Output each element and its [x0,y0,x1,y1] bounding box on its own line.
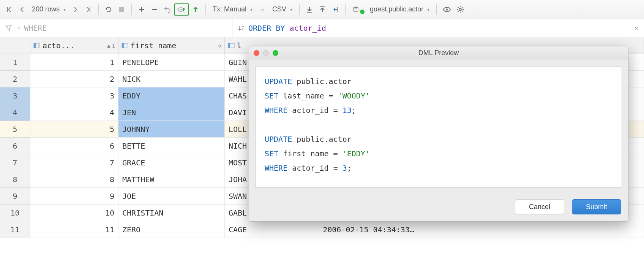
table-cell[interactable]: JEN [118,104,225,121]
prev-page-button[interactable] [16,3,28,16]
table-cell[interactable]: PENELOPE [118,54,225,71]
main-toolbar: 200 rows▾ Tx: Manual▾ » CSV▾ [0,0,644,19]
svg-point-6 [459,8,461,11]
table-cell[interactable]: ZERO [118,221,225,238]
rows-selector[interactable]: 200 rows▾ [29,5,69,13]
table-cell[interactable]: 10 [30,205,118,221]
svg-point-5 [446,8,448,10]
table-cell[interactable]: 4 [30,104,118,121]
table-cell[interactable]: 5 [30,121,118,138]
column-header-first-name[interactable]: first_name ◇ [118,37,225,54]
row-header[interactable]: 4 [0,104,30,121]
dialog-title: DML Preview [418,49,459,57]
table-cell[interactable]: 9 [30,188,118,205]
database-icon [352,6,359,13]
cancel-button[interactable]: Cancel [515,199,564,214]
svg-rect-11 [122,43,124,48]
first-page-button[interactable] [3,3,15,16]
stop-button[interactable] [115,3,128,16]
window-zoom-button[interactable] [273,50,278,56]
table-cell[interactable]: 8 [30,171,118,188]
table-cell[interactable]: 3 [30,87,118,104]
table-cell[interactable]: 11 [30,221,118,238]
column-icon [122,43,128,49]
row-header[interactable]: 2 [0,71,30,87]
submit-button[interactable]: Submit [572,199,621,214]
filter-icon [5,25,12,32]
column-header-actor-id[interactable]: acto... ▲ 1 [30,37,118,54]
preview-dml-button[interactable] [174,3,189,16]
submit-button[interactable] [189,3,202,16]
reload-button[interactable] [103,3,115,16]
view-button[interactable] [440,3,453,16]
table-cell[interactable]: EDDY [118,87,225,104]
sort-icon [238,25,245,32]
more-tx-button[interactable]: » [256,3,268,16]
row-header[interactable]: 7 [0,154,30,171]
where-input[interactable]: ▾ WHERE [0,19,232,37]
svg-point-2 [180,9,182,10]
table-cell[interactable]: 7 [30,154,118,171]
next-page-button[interactable] [69,3,82,16]
table-cell[interactable]: MATTHEW [118,171,225,188]
window-minimize-button[interactable] [263,50,269,56]
svg-rect-13 [228,43,230,48]
table-cell[interactable]: JOE [118,188,225,205]
svg-point-3 [354,6,358,8]
dialog-titlebar[interactable]: DML Preview [249,46,628,60]
revert-button[interactable] [161,3,174,16]
connection-status-icon [360,10,365,14]
settings-button[interactable] [454,3,466,16]
row-header[interactable]: 11 [0,221,30,238]
row-header[interactable]: 1 [0,54,30,71]
add-row-button[interactable] [136,3,148,16]
import-up-button[interactable] [316,3,328,16]
export-format-selector[interactable]: CSV▾ [269,5,295,13]
order-by-input[interactable]: ORDER BY actor_id × [232,19,644,37]
window-close-button[interactable] [254,50,259,56]
compare-button[interactable] [329,3,341,16]
datasource-selector[interactable]: guest.public.actor▾ [349,5,432,13]
svg-point-9 [38,45,39,46]
table-cell[interactable]: JOHNNY [118,121,225,138]
tx-mode-selector[interactable]: Tx: Manual▾ [210,5,256,13]
row-header[interactable]: 6 [0,138,30,154]
row-header[interactable]: 3 [0,87,30,104]
filter-bar: ▾ WHERE ORDER BY actor_id × [0,19,644,37]
row-header[interactable]: 9 [0,188,30,205]
column-icon [228,43,235,49]
last-page-button[interactable] [82,3,95,16]
remove-row-button[interactable] [148,3,161,16]
corner-header [0,37,30,54]
export-down-button[interactable] [303,3,316,16]
table-cell[interactable]: NICK [118,71,225,87]
table-cell[interactable]: 6 [30,138,118,154]
sql-preview[interactable]: UPDATE public.actorSET last_name = 'WOOD… [255,66,622,188]
table-cell[interactable]: BETTE [118,138,225,154]
timestamp-cell[interactable]: 2006-02-15 04:34:33… [323,225,414,234]
row-header[interactable]: 8 [0,171,30,188]
row-header[interactable]: 5 [0,121,30,138]
table-cell[interactable]: GRACE [118,154,225,171]
table-cell[interactable]: 2 [30,71,118,87]
table-cell[interactable]: CHRISTIAN [118,205,225,221]
svg-rect-0 [119,7,124,12]
row-header[interactable]: 10 [0,205,30,221]
clear-order-button[interactable]: × [634,24,639,33]
table-cell[interactable]: CAGE2006-02-15 04:34:33… [225,221,644,238]
table-cell[interactable]: 1 [30,54,118,71]
svg-rect-8 [34,43,36,48]
key-column-icon [33,43,40,49]
dml-preview-dialog: DML Preview UPDATE public.actorSET last_… [249,46,628,222]
